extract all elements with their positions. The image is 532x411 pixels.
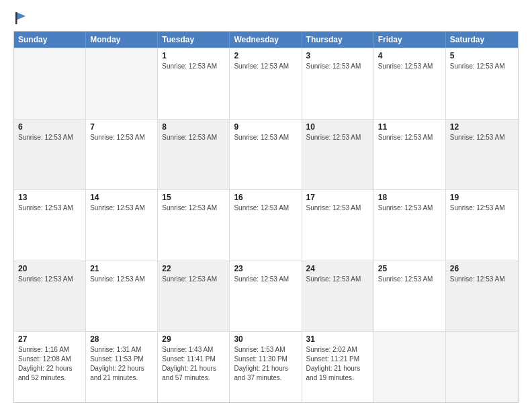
- day-info: Sunrise: 12:53 AM: [234, 275, 297, 284]
- calendar-day-cell: 16Sunrise: 12:53 AM: [230, 190, 302, 261]
- day-info: Sunrise: 12:53 AM: [90, 133, 153, 142]
- day-info: Sunrise: 1:31 AMSunset: 11:53 PMDaylight…: [90, 345, 153, 383]
- day-number: 15: [162, 193, 225, 202]
- calendar-day-cell: 3Sunrise: 12:53 AM: [302, 48, 374, 119]
- day-number: 12: [450, 122, 514, 132]
- day-number: 27: [18, 334, 81, 344]
- day-info: Sunrise: 12:53 AM: [162, 133, 225, 142]
- day-number: 16: [234, 193, 297, 202]
- calendar-week: 1Sunrise: 12:53 AM2Sunrise: 12:53 AM3Sun…: [14, 48, 518, 119]
- calendar-day-cell: 20Sunrise: 12:53 AM: [14, 261, 86, 332]
- day-info: Sunrise: 12:53 AM: [18, 133, 81, 142]
- day-number: 4: [378, 51, 441, 60]
- calendar-week: 20Sunrise: 12:53 AM21Sunrise: 12:53 AM22…: [14, 261, 518, 332]
- day-info: Sunrise: 12:53 AM: [378, 133, 441, 142]
- day-info: Sunrise: 12:53 AM: [306, 62, 369, 71]
- day-info: Sunrise: 12:53 AM: [450, 62, 514, 71]
- day-number: 23: [234, 264, 297, 273]
- logo-flag-icon: [15, 11, 27, 26]
- calendar-day-cell: 27Sunrise: 1:16 AMSunset: 12:08 AMDaylig…: [14, 332, 86, 402]
- day-info: Sunrise: 1:53 AMSunset: 11:30 PMDaylight…: [234, 345, 297, 383]
- calendar-header-cell: Tuesday: [158, 32, 230, 48]
- svg-marker-0: [16, 12, 26, 20]
- day-number: 9: [234, 122, 297, 132]
- day-number: 18: [378, 193, 441, 202]
- calendar-day-cell: 29Sunrise: 1:43 AMSunset: 11:41 PMDaylig…: [158, 332, 230, 402]
- logo-text: [13, 13, 27, 26]
- day-number: 11: [378, 122, 441, 132]
- logo: [13, 13, 27, 26]
- day-number: 1: [162, 51, 225, 60]
- calendar-day-cell: 1Sunrise: 12:53 AM: [158, 48, 230, 119]
- calendar-day-cell: 6Sunrise: 12:53 AM: [14, 120, 86, 190]
- day-info: Sunrise: 12:53 AM: [378, 203, 441, 213]
- day-number: 7: [90, 122, 153, 132]
- day-number: 22: [162, 264, 225, 273]
- day-number: 25: [378, 264, 441, 273]
- day-number: 26: [450, 264, 514, 273]
- calendar-day-cell: 8Sunrise: 12:53 AM: [158, 120, 230, 190]
- day-number: 6: [18, 122, 81, 132]
- calendar-week: 13Sunrise: 12:53 AM14Sunrise: 12:53 AM15…: [14, 189, 518, 261]
- calendar-day-cell: 30Sunrise: 1:53 AMSunset: 11:30 PMDaylig…: [230, 332, 302, 402]
- day-info: Sunrise: 12:53 AM: [450, 133, 514, 142]
- day-number: 21: [90, 264, 153, 273]
- calendar-header: SundayMondayTuesdayWednesdayThursdayFrid…: [14, 32, 518, 48]
- day-info: Sunrise: 12:53 AM: [378, 275, 441, 284]
- calendar-day-cell: 26Sunrise: 12:53 AM: [446, 261, 518, 332]
- day-info: Sunrise: 12:53 AM: [378, 62, 441, 71]
- day-info: Sunrise: 12:53 AM: [234, 203, 297, 213]
- svg-rect-1: [15, 12, 17, 24]
- day-number: 14: [90, 193, 153, 202]
- day-info: Sunrise: 12:53 AM: [234, 62, 297, 71]
- calendar-day-cell: 5Sunrise: 12:53 AM: [446, 48, 518, 119]
- calendar-day-cell: 28Sunrise: 1:31 AMSunset: 11:53 PMDaylig…: [86, 332, 158, 402]
- day-info: Sunrise: 12:53 AM: [162, 275, 225, 284]
- calendar-day-cell: [446, 332, 518, 402]
- day-number: 28: [90, 334, 153, 344]
- calendar-day-cell: 19Sunrise: 12:53 AM: [446, 190, 518, 261]
- calendar-day-cell: 11Sunrise: 12:53 AM: [374, 120, 446, 190]
- calendar-week: 6Sunrise: 12:53 AM7Sunrise: 12:53 AM8Sun…: [14, 119, 518, 190]
- page: SundayMondayTuesdayWednesdayThursdayFrid…: [0, 0, 532, 411]
- day-number: 5: [450, 51, 514, 60]
- day-number: 17: [306, 193, 369, 202]
- calendar-day-cell: 4Sunrise: 12:53 AM: [374, 48, 446, 119]
- calendar-day-cell: 17Sunrise: 12:53 AM: [302, 190, 374, 261]
- header: [13, 11, 519, 26]
- calendar-day-cell: 21Sunrise: 12:53 AM: [86, 261, 158, 332]
- day-info: Sunrise: 2:02 AMSunset: 11:21 PMDaylight…: [306, 345, 369, 383]
- day-info: Sunrise: 12:53 AM: [18, 275, 81, 284]
- day-info: Sunrise: 12:53 AM: [450, 203, 514, 213]
- day-number: 29: [162, 334, 225, 344]
- calendar-body: 1Sunrise: 12:53 AM2Sunrise: 12:53 AM3Sun…: [14, 48, 518, 402]
- calendar-day-cell: 9Sunrise: 12:53 AM: [230, 120, 302, 190]
- day-info: Sunrise: 12:53 AM: [162, 203, 225, 213]
- calendar-day-cell: 23Sunrise: 12:53 AM: [230, 261, 302, 332]
- day-info: Sunrise: 1:16 AMSunset: 12:08 AMDaylight…: [18, 345, 81, 383]
- day-info: Sunrise: 12:53 AM: [90, 203, 153, 213]
- calendar-day-cell: 24Sunrise: 12:53 AM: [302, 261, 374, 332]
- calendar-header-cell: Saturday: [446, 32, 518, 48]
- day-info: Sunrise: 12:53 AM: [90, 275, 153, 284]
- day-info: Sunrise: 12:53 AM: [18, 203, 81, 213]
- calendar-day-cell: 14Sunrise: 12:53 AM: [86, 190, 158, 261]
- calendar-day-cell: 25Sunrise: 12:53 AM: [374, 261, 446, 332]
- calendar-day-cell: 10Sunrise: 12:53 AM: [302, 120, 374, 190]
- day-info: Sunrise: 12:53 AM: [162, 62, 225, 71]
- calendar-header-cell: Sunday: [14, 32, 86, 48]
- day-number: 30: [234, 334, 297, 344]
- day-info: Sunrise: 12:53 AM: [450, 275, 514, 284]
- day-number: 8: [162, 122, 225, 132]
- day-info: Sunrise: 12:53 AM: [306, 275, 369, 284]
- calendar-header-cell: Monday: [86, 32, 158, 48]
- calendar-day-cell: [86, 48, 158, 119]
- calendar-header-cell: Wednesday: [230, 32, 302, 48]
- day-info: Sunrise: 12:53 AM: [234, 133, 297, 142]
- calendar-day-cell: 18Sunrise: 12:53 AM: [374, 190, 446, 261]
- day-number: 19: [450, 193, 514, 202]
- day-number: 3: [306, 51, 369, 60]
- day-number: 2: [234, 51, 297, 60]
- day-number: 13: [18, 193, 81, 202]
- calendar-day-cell: 7Sunrise: 12:53 AM: [86, 120, 158, 190]
